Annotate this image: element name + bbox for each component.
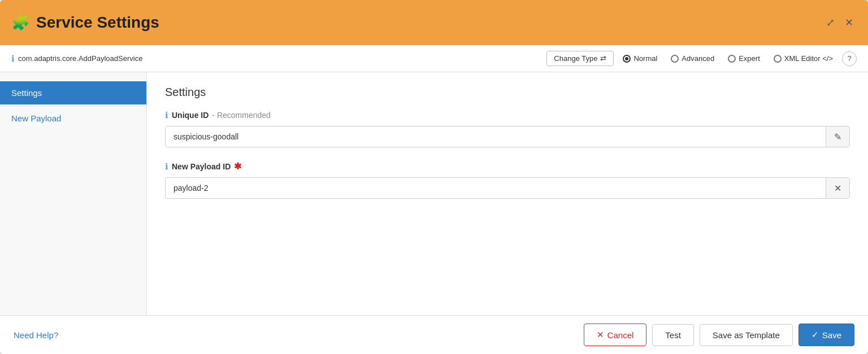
dialog-footer: Need Help? ✕ Cancel Test Save as Templat… (0, 315, 868, 354)
new-payload-id-input[interactable] (166, 178, 826, 198)
settings-panel: Settings ℹ Unique ID - Recommended ✎ ℹ N… (147, 72, 868, 315)
header-left: 🧩 Service Settings (11, 14, 159, 32)
toolbar-right: Change Type ⇄ Normal Advanced Expert XML… (546, 51, 857, 66)
unique-id-input-row: ✎ (165, 126, 850, 147)
new-payload-id-input-row: ✕ (165, 177, 850, 199)
test-button[interactable]: Test (652, 324, 694, 346)
service-id-row: ℹ com.adaptris.core.AddPayloadService (11, 54, 540, 64)
save-template-button[interactable]: Save as Template (700, 324, 793, 346)
close-button[interactable]: ✕ (841, 15, 857, 30)
change-type-icon: ⇄ (600, 54, 606, 63)
unique-id-group: ℹ Unique ID - Recommended ✎ (165, 110, 850, 147)
view-xml-editor[interactable]: XML Editor </> (769, 52, 837, 65)
help-button[interactable]: ? (842, 51, 857, 66)
cancel-icon: ✕ (597, 330, 604, 340)
cancel-button[interactable]: ✕ Cancel (584, 324, 647, 346)
unique-id-recommended: - Recommended (212, 111, 271, 120)
save-icon: ✓ (811, 330, 819, 340)
new-payload-id-label: New Payload ID (172, 162, 231, 171)
new-payload-id-label-row: ℹ New Payload ID ✱ (165, 161, 850, 172)
radio-xml-editor (774, 55, 782, 63)
puzzle-icon: 🧩 (11, 14, 29, 32)
sidebar-item-new-payload[interactable]: New Payload (0, 107, 146, 130)
main-content: Settings New Payload Settings ℹ Unique I… (0, 72, 868, 315)
required-star: ✱ (234, 161, 241, 172)
unique-id-info-icon: ℹ (165, 110, 168, 120)
unique-id-label: Unique ID (172, 111, 209, 120)
info-icon: ℹ (11, 54, 15, 64)
new-payload-id-group: ℹ New Payload ID ✱ ✕ (165, 161, 850, 199)
radio-normal (623, 55, 631, 63)
dialog-title: Service Settings (36, 14, 159, 32)
unique-id-edit-button[interactable]: ✎ (826, 126, 849, 147)
toolbar: ℹ com.adaptris.core.AddPayloadService Ch… (0, 45, 868, 72)
radio-advanced (671, 55, 679, 63)
change-type-label: Change Type (554, 54, 597, 63)
save-button[interactable]: ✓ Save (798, 324, 854, 346)
unique-id-input[interactable] (166, 126, 826, 147)
view-xml-editor-label: XML Editor </> (784, 54, 833, 63)
view-normal[interactable]: Normal (618, 52, 662, 65)
unique-id-label-row: ℹ Unique ID - Recommended (165, 110, 850, 120)
save-label: Save (822, 330, 841, 340)
view-advanced[interactable]: Advanced (666, 52, 719, 65)
sidebar-settings-label: Settings (11, 88, 42, 98)
view-expert[interactable]: Expert (723, 52, 765, 65)
sidebar-item-settings[interactable]: Settings (0, 81, 146, 104)
header-controls: ⤢ ✕ (823, 15, 857, 30)
new-payload-id-info-icon: ℹ (165, 161, 168, 172)
maximize-button[interactable]: ⤢ (823, 15, 838, 30)
sidebar-new-payload-label: New Payload (11, 113, 61, 123)
footer-actions: ✕ Cancel Test Save as Template ✓ Save (584, 324, 854, 346)
panel-title: Settings (165, 86, 850, 99)
dialog-header: 🧩 Service Settings ⤢ ✕ (0, 0, 868, 45)
sidebar: Settings New Payload (0, 72, 147, 315)
change-type-button[interactable]: Change Type ⇄ (546, 51, 614, 66)
cancel-label: Cancel (607, 330, 634, 340)
view-normal-label: Normal (633, 54, 657, 63)
radio-expert (728, 55, 736, 63)
new-payload-id-clear-button[interactable]: ✕ (826, 178, 849, 198)
view-advanced-label: Advanced (682, 54, 714, 63)
service-settings-dialog: 🧩 Service Settings ⤢ ✕ ℹ com.adaptris.co… (0, 0, 868, 354)
view-expert-label: Expert (739, 54, 760, 63)
need-help-link[interactable]: Need Help? (14, 330, 58, 340)
service-class-id: com.adaptris.core.AddPayloadService (18, 54, 142, 63)
